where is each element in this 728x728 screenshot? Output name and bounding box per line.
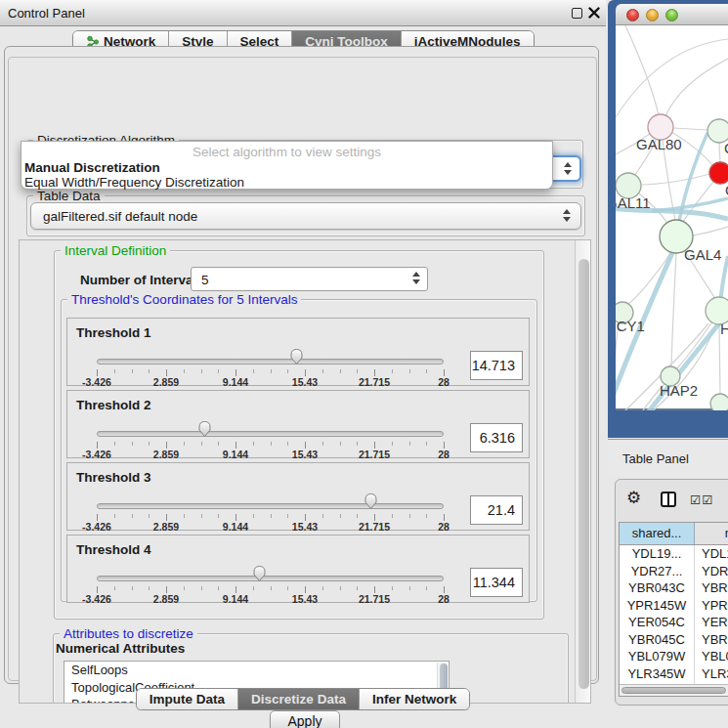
network-node-label: HAP2 <box>660 382 698 399</box>
apply-button[interactable]: Apply <box>270 710 339 728</box>
slider-tick <box>97 514 98 521</box>
threshold-value-field[interactable]: 6.316 <box>470 423 523 452</box>
main-vertical-scrollbar[interactable] <box>575 240 591 703</box>
zoom-traffic-light[interactable] <box>665 9 678 21</box>
tab-discretize-data[interactable]: Discretize Data <box>237 689 359 709</box>
table-cell: YBL079W <box>620 648 695 665</box>
network-node-label: HA <box>720 321 728 337</box>
table-horizontal-scrollbar[interactable] <box>620 684 728 696</box>
column-checkbox-icons[interactable]: ☑☑ <box>690 492 713 507</box>
threshold-slider-track[interactable] <box>97 576 444 581</box>
table-row[interactable]: YBL079WYBL0 <box>620 648 728 665</box>
slider-tick <box>271 514 272 518</box>
table-row[interactable]: YBR043CYBR0 <box>620 579 728 597</box>
table-cell: YLR345W <box>620 665 695 683</box>
threshold-panel-4: Threshold 4-3.4262.8599.14415.4321.71528… <box>66 535 530 603</box>
combo-arrows-icon <box>412 272 421 284</box>
slider-tick <box>166 514 167 521</box>
table-row[interactable]: YPR145WYPR1 <box>620 597 728 615</box>
slider-tick-label: 28 <box>419 521 468 533</box>
table-row[interactable]: YLR345WYLR3 <box>620 665 728 683</box>
popup-item-manual-discretization[interactable]: Manual Discretization <box>23 160 551 176</box>
slider-tick <box>374 514 375 521</box>
column-header-shared[interactable]: shared... <box>620 523 695 544</box>
slider-tick <box>114 369 115 373</box>
slider-tick <box>218 369 219 373</box>
slider-tick <box>357 586 358 590</box>
slider-tick-label: 28 <box>419 376 468 388</box>
split-columns-icon[interactable] <box>661 492 676 507</box>
threshold-slider-track[interactable] <box>97 359 444 364</box>
threshold-slider-thumb[interactable] <box>197 420 212 438</box>
slider-tick <box>114 442 115 446</box>
popup-item-equal-width-frequency[interactable]: Equal Width/Frequency Discretization <box>23 175 551 191</box>
network-view-canvas[interactable]: GAL80GACGAL11GAL4GCY1HAHAP2 <box>616 25 728 410</box>
bottom-tabstrip: Impute DataDiscretize DataInfer Network <box>0 688 606 710</box>
slider-tick <box>287 442 288 446</box>
slider-tick <box>444 514 445 521</box>
float-window-icon[interactable] <box>572 8 582 19</box>
threshold-slider-track[interactable] <box>97 431 444 437</box>
slider-tick <box>409 514 410 518</box>
threshold-label: Threshold 1 <box>76 325 151 340</box>
column-header-name[interactable]: na <box>695 523 728 544</box>
table-row[interactable]: YBR045CYBR0 <box>620 631 728 649</box>
slider-tick <box>149 442 150 446</box>
table-row[interactable]: YDR27...YDR2 <box>620 563 728 580</box>
network-node[interactable] <box>709 162 728 184</box>
table-data-combobox[interactable]: galFiltered.sif default node <box>30 202 581 230</box>
slider-tick <box>149 586 150 590</box>
table-panel-title: Table Panel <box>622 451 689 466</box>
number-of-intervals-label: Number of Intervals <box>80 273 204 287</box>
slider-tick <box>166 369 167 376</box>
threshold-slider-thumb[interactable] <box>289 348 304 365</box>
minimize-traffic-light[interactable] <box>646 9 659 21</box>
threshold-value-field[interactable]: 14.713 <box>470 351 523 380</box>
table-cell: YDR2 <box>695 563 728 580</box>
slider-tick-label: 9.144 <box>211 376 260 388</box>
slider-tick <box>236 586 236 593</box>
tab-infer-network[interactable]: Infer Network <box>359 689 469 709</box>
network-edge <box>719 143 720 162</box>
threshold-slider-thumb[interactable] <box>364 492 378 510</box>
slider-tick <box>271 369 272 373</box>
network-node-label: GCY1 <box>616 318 645 334</box>
table-cell: YLR3 <box>695 665 728 683</box>
slider-tick <box>392 514 393 518</box>
slider-tick <box>132 586 133 590</box>
scrollbar-thumb[interactable] <box>621 687 726 694</box>
scrollbar-thumb[interactable] <box>578 259 589 689</box>
slider-tick <box>201 586 202 590</box>
attribute-list-item[interactable]: SelfLoops <box>64 662 449 679</box>
network-node-label: GAL4 <box>684 246 721 263</box>
slider-tick <box>253 369 254 373</box>
threshold-slider-thumb[interactable] <box>252 565 267 582</box>
gear-icon[interactable]: ⚙ <box>626 490 641 506</box>
table-row[interactable]: YER054CYER0 <box>620 614 728 631</box>
threshold-value-field[interactable]: 11.344 <box>470 568 523 597</box>
slider-tick <box>409 369 410 373</box>
number-of-intervals-combobox[interactable]: 5 <box>191 267 428 291</box>
network-edge <box>665 59 728 116</box>
network-window-titlebar <box>616 4 728 25</box>
close-traffic-light[interactable] <box>626 9 639 21</box>
slider-tick-label: 2.859 <box>142 593 191 605</box>
network-node[interactable] <box>710 394 728 410</box>
slider-tick <box>322 442 323 446</box>
table-row[interactable]: YDL19...YDL1 <box>620 545 728 563</box>
slider-tick <box>184 442 185 446</box>
close-icon[interactable] <box>588 7 600 19</box>
interval-definition-title: Interval Definition <box>61 243 170 258</box>
table-cell: YDR27... <box>620 563 695 580</box>
slider-tick <box>426 369 427 373</box>
slider-tick <box>357 514 358 518</box>
threshold-value-field[interactable]: 21.4 <box>470 495 523 525</box>
table-header-row: shared... na <box>620 523 728 545</box>
slider-tick-label: 21.715 <box>350 521 399 533</box>
window-title: Control Panel <box>8 6 85 21</box>
threshold-slider-track[interactable] <box>97 503 444 509</box>
tab-impute-data[interactable]: Impute Data <box>137 689 237 709</box>
slider-tick <box>287 586 288 590</box>
table-cell: YBR0 <box>695 631 728 649</box>
table-cell: YBL0 <box>695 648 728 665</box>
